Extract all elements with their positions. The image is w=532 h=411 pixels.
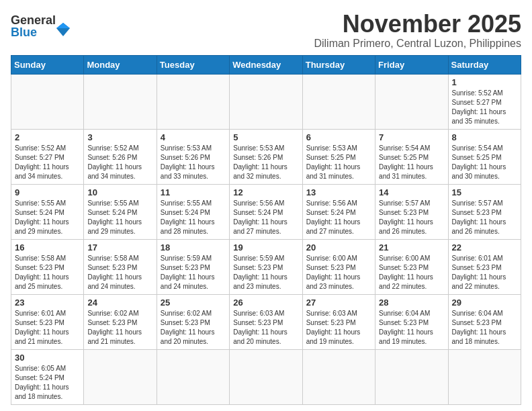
- header: General Blue November 2025 Diliman Prime…: [11, 11, 521, 50]
- month-title: November 2025: [314, 11, 521, 38]
- day-6: 6 Sunrise: 5:53 AMSunset: 5:25 PMDayligh…: [302, 129, 375, 184]
- title-area: November 2025 Diliman Primero, Central L…: [314, 11, 521, 50]
- sunset-1: Sunset: 5:27 PM: [452, 99, 502, 106]
- day-20: 20 Sunrise: 6:00 AMSunset: 5:23 PMDaylig…: [302, 239, 375, 294]
- header-thursday: Thursday: [302, 55, 375, 74]
- table-row: 16 Sunrise: 5:58 AMSunset: 5:23 PMDaylig…: [11, 239, 521, 294]
- location-subtitle: Diliman Primero, Central Luzon, Philippi…: [314, 38, 521, 50]
- table-row: 9 Sunrise: 5:55 AMSunset: 5:24 PMDayligh…: [11, 184, 521, 239]
- day-17: 17 Sunrise: 5:58 AMSunset: 5:23 PMDaylig…: [84, 239, 157, 294]
- empty-cell: [448, 349, 521, 404]
- day-24: 24 Sunrise: 6:02 AMSunset: 5:23 PMDaylig…: [84, 294, 157, 349]
- table-row: 30 Sunrise: 6:05 AMSunset: 5:24 PMDaylig…: [11, 349, 521, 404]
- empty-cell: [230, 74, 302, 129]
- day-27: 27 Sunrise: 6:03 AMSunset: 5:23 PMDaylig…: [302, 294, 375, 349]
- empty-cell: [11, 74, 84, 129]
- empty-cell: [302, 74, 375, 129]
- empty-cell: [157, 74, 229, 129]
- logo: General Blue: [11, 11, 71, 43]
- empty-cell: [84, 74, 157, 129]
- header-friday: Friday: [375, 55, 448, 74]
- day-10: 10 Sunrise: 5:55 AMSunset: 5:24 PMDaylig…: [84, 184, 157, 239]
- table-row: 1 Sunrise: 5:52 AM Sunset: 5:27 PM Dayli…: [11, 74, 521, 129]
- empty-cell: [302, 349, 375, 404]
- day-26: 26 Sunrise: 6:03 AMSunset: 5:23 PMDaylig…: [230, 294, 302, 349]
- header-tuesday: Tuesday: [157, 55, 229, 74]
- empty-cell: [84, 349, 157, 404]
- day-30: 30 Sunrise: 6:05 AMSunset: 5:24 PMDaylig…: [11, 349, 84, 404]
- day-21: 21 Sunrise: 6:00 AMSunset: 5:23 PMDaylig…: [375, 239, 448, 294]
- day-5: 5 Sunrise: 5:53 AMSunset: 5:26 PMDayligh…: [230, 129, 302, 184]
- daylight-1: Daylight: 11 hours and 35 minutes.: [452, 108, 506, 125]
- header-sunday: Sunday: [11, 55, 84, 74]
- day-13: 13 Sunrise: 5:56 AMSunset: 5:24 PMDaylig…: [302, 184, 375, 239]
- day-15: 15 Sunrise: 5:57 AMSunset: 5:23 PMDaylig…: [448, 184, 521, 239]
- header-saturday: Saturday: [448, 55, 521, 74]
- day-28: 28 Sunrise: 6:04 AMSunset: 5:23 PMDaylig…: [375, 294, 448, 349]
- empty-cell: [375, 349, 448, 404]
- table-row: 23 Sunrise: 6:01 AMSunset: 5:23 PMDaylig…: [11, 294, 521, 349]
- day-9: 9 Sunrise: 5:55 AMSunset: 5:24 PMDayligh…: [11, 184, 84, 239]
- header-wednesday: Wednesday: [230, 55, 302, 74]
- svg-text:General: General: [11, 13, 56, 27]
- day-11: 11 Sunrise: 5:55 AMSunset: 5:24 PMDaylig…: [157, 184, 229, 239]
- day-18: 18 Sunrise: 5:59 AMSunset: 5:23 PMDaylig…: [157, 239, 229, 294]
- day-2: 2 Sunrise: 5:52 AMSunset: 5:27 PMDayligh…: [11, 129, 84, 184]
- empty-cell: [157, 349, 229, 404]
- empty-cell: [375, 74, 448, 129]
- day-29: 29 Sunrise: 6:04 AMSunset: 5:23 PMDaylig…: [448, 294, 521, 349]
- day-7: 7 Sunrise: 5:54 AMSunset: 5:25 PMDayligh…: [375, 129, 448, 184]
- day-12: 12 Sunrise: 5:56 AMSunset: 5:24 PMDaylig…: [230, 184, 302, 239]
- day-22: 22 Sunrise: 6:01 AMSunset: 5:23 PMDaylig…: [448, 239, 521, 294]
- day-8: 8 Sunrise: 5:54 AMSunset: 5:25 PMDayligh…: [448, 129, 521, 184]
- svg-text:Blue: Blue: [11, 26, 37, 39]
- weekday-header-row: Sunday Monday Tuesday Wednesday Thursday…: [11, 55, 521, 74]
- header-monday: Monday: [84, 55, 157, 74]
- table-row: 2 Sunrise: 5:52 AMSunset: 5:27 PMDayligh…: [11, 129, 521, 184]
- sunrise-1: Sunrise: 5:52 AM: [452, 89, 503, 97]
- logo-area: General Blue: [11, 11, 71, 43]
- day-3: 3 Sunrise: 5:52 AMSunset: 5:26 PMDayligh…: [84, 129, 157, 184]
- day-4: 4 Sunrise: 5:53 AMSunset: 5:26 PMDayligh…: [157, 129, 229, 184]
- day-23: 23 Sunrise: 6:01 AMSunset: 5:23 PMDaylig…: [11, 294, 84, 349]
- day-16: 16 Sunrise: 5:58 AMSunset: 5:23 PMDaylig…: [11, 239, 84, 294]
- day-1: 1 Sunrise: 5:52 AM Sunset: 5:27 PM Dayli…: [448, 74, 521, 129]
- day-14: 14 Sunrise: 5:57 AMSunset: 5:23 PMDaylig…: [375, 184, 448, 239]
- svg-marker-3: [56, 23, 70, 28]
- day-19: 19 Sunrise: 5:59 AMSunset: 5:23 PMDaylig…: [230, 239, 302, 294]
- empty-cell: [230, 349, 302, 404]
- calendar-table: Sunday Monday Tuesday Wednesday Thursday…: [11, 55, 521, 405]
- day-25: 25 Sunrise: 6:02 AMSunset: 5:23 PMDaylig…: [157, 294, 229, 349]
